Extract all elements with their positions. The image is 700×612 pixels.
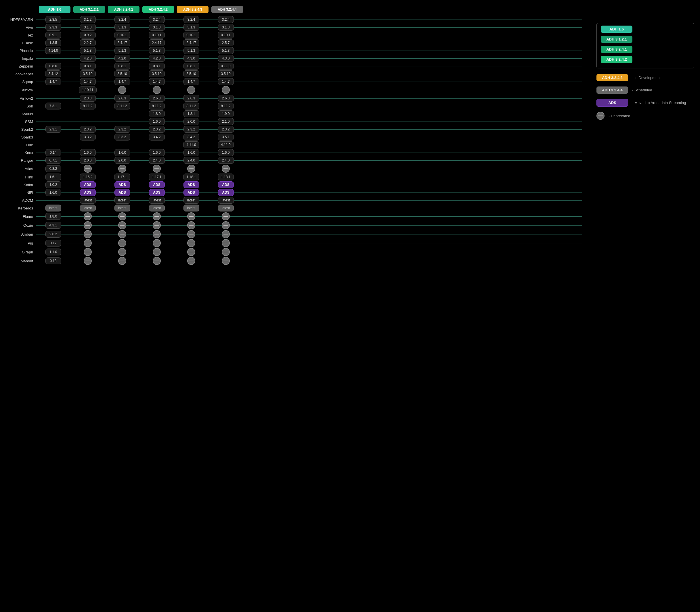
- version-pill: 2.6.2: [45, 231, 61, 238]
- version-pill: 0.10.1: [218, 32, 233, 39]
- version-pill: 1.4.7: [184, 78, 199, 85]
- cell-wrapper: 1.4.7: [208, 78, 243, 85]
- cell-wrapper: —: [139, 230, 174, 238]
- cell-wrapper: 0.11.0: [208, 62, 243, 70]
- cell-wrapper: latest: [36, 205, 70, 211]
- cell-wrapper: 1.17.1: [105, 173, 139, 180]
- cell-wrapper: —: [105, 86, 139, 94]
- table-row: Hive2.3.33.1.33.1.33.1.33.1.33.1.3: [6, 24, 582, 31]
- ads-pill: ADS: [80, 181, 96, 188]
- version-pill: 3.3.2: [115, 134, 130, 140]
- version-pill: 5.1.3: [184, 47, 199, 54]
- cell-wrapper: —: [208, 212, 243, 220]
- cell-wrapper: 1.18.1: [174, 173, 208, 180]
- row-label: Solr: [6, 104, 36, 108]
- cell-wrapper: latest: [105, 205, 139, 211]
- cell-wrapper: 2.4.17: [174, 39, 208, 46]
- version-pill: latest: [80, 197, 96, 204]
- deprecated-icon: —: [222, 221, 230, 229]
- row-cells: latestlatestlatestlatestlatestlatest: [36, 205, 582, 211]
- row-label: Spark3: [6, 135, 36, 139]
- version-pill: 2.6.3: [184, 95, 199, 102]
- version-pill: 2.6.3: [115, 95, 130, 102]
- row-label: Kyuubi: [6, 112, 36, 116]
- version-pill: 5.1.3: [80, 47, 96, 54]
- cell-wrapper: —: [105, 165, 139, 173]
- cell-wrapper: ADS: [139, 181, 174, 188]
- row-cells: 2.3.12.3.22.3.22.3.22.3.22.3.2: [36, 126, 582, 133]
- row-cells: 2.3.33.1.33.1.33.1.33.1.33.1.3: [36, 24, 582, 31]
- version-pill: 1.16.2: [80, 173, 95, 180]
- cell-wrapper: —: [70, 230, 105, 238]
- cell-wrapper: 2.3.1: [36, 126, 70, 133]
- row-label: Pig: [6, 241, 36, 245]
- cell-wrapper: 0.14: [36, 149, 70, 156]
- cell-wrapper: —: [208, 248, 243, 256]
- version-pill: latest: [184, 197, 199, 204]
- version-pill: 1.4.7: [115, 78, 130, 85]
- version-pill: 3.4.2: [149, 134, 165, 140]
- deprecated-icon: —: [153, 248, 161, 256]
- version-pill: 5.1.3: [115, 47, 130, 54]
- row-label: Atlas: [6, 167, 36, 171]
- version-pill: 3.1.3: [149, 24, 165, 31]
- version-pill: 1.4.7: [45, 78, 61, 85]
- cell-wrapper: ADS: [174, 189, 208, 196]
- cell-wrapper: 3.1.3: [70, 24, 105, 31]
- deprecated-label: - Deprecated: [608, 114, 630, 118]
- cell-wrapper: latest: [174, 197, 208, 204]
- ads-label: - Moved to Arenadata Streaming: [632, 100, 686, 105]
- row-label: Giraph: [6, 250, 36, 254]
- version-pill: 2.4.17: [114, 39, 130, 46]
- deprecated-icon: —: [222, 230, 230, 238]
- cell-wrapper: 1.0.2: [36, 181, 70, 188]
- row-cells: 0.9.10.9.20.10.10.10.10.10.10.10.1: [36, 32, 582, 39]
- cell-wrapper: 1.6.0: [36, 189, 70, 196]
- legend-deprecated: — - Deprecated: [596, 112, 694, 120]
- deprecated-icon: —: [118, 230, 126, 238]
- version-pill: 8.11.2: [183, 102, 199, 110]
- table-row: Mahout0.13—————: [6, 257, 582, 265]
- cell-wrapper: 0.8.1: [139, 62, 174, 70]
- grid-body: HDFS&YARN2.8.53.1.23.2.43.2.43.2.43.2.4H…: [6, 16, 582, 265]
- version-pill: 0.10.1: [114, 32, 130, 39]
- cell-wrapper: 3.2.4: [105, 16, 139, 23]
- cell-wrapper: 8.11.2: [208, 102, 243, 110]
- row-cells: 1.8.01.8.11.9.0: [36, 110, 582, 117]
- cell-wrapper: latest: [105, 197, 139, 204]
- row-label: Flume: [6, 214, 36, 219]
- adh-header-adh3.2.4.4: ADH 3.2.4.4: [211, 6, 243, 13]
- cell-wrapper: 1.6.0: [139, 118, 174, 125]
- version-pill: 1.6.0: [149, 118, 165, 125]
- cell-wrapper: 2.4.0: [174, 157, 208, 164]
- adh-header-adh3.2.4.3: ADH 3.2.4.3: [177, 6, 208, 13]
- cell-wrapper: —: [70, 257, 105, 265]
- version-pill: 3.5.10: [149, 70, 164, 77]
- version-pill: 2.4.0: [149, 157, 165, 164]
- header-row: ADH 1.6ADH 3.1.2.1ADH 3.2.4.1ADH 3.2.4.2…: [6, 6, 582, 13]
- cell-wrapper: 2.5.7: [208, 39, 243, 46]
- cell-wrapper: latest: [174, 205, 208, 211]
- cell-wrapper: —: [208, 239, 243, 247]
- cell-wrapper: —: [105, 248, 139, 256]
- row-cells: 0.7.12.0.02.0.02.4.02.4.02.4.0: [36, 157, 582, 164]
- deprecated-icon: —: [153, 212, 161, 220]
- cell-wrapper: 3.2.4: [208, 16, 243, 23]
- version-pill: 2.4.17: [183, 39, 199, 46]
- table-row: HBase1.3.52.2.72.4.172.4.172.4.172.5.7: [6, 39, 582, 46]
- version-pill: 0.9.2: [80, 32, 96, 39]
- cell-wrapper: ADS: [105, 181, 139, 188]
- cell-wrapper: 2.0.0: [174, 118, 208, 125]
- row-cells: 1.4.71.4.71.4.71.4.71.4.71.4.7: [36, 78, 582, 85]
- cell-wrapper: ADS: [105, 189, 139, 196]
- version-pill: latest: [149, 197, 165, 204]
- cell-wrapper: —: [208, 165, 243, 173]
- cell-wrapper: 2.2.7: [70, 39, 105, 46]
- deprecated-icon: —: [84, 248, 92, 256]
- deprecated-icon: —: [153, 239, 161, 247]
- row-label: SSM: [6, 120, 36, 124]
- cell-wrapper: —: [70, 212, 105, 220]
- version-pill: 3.4.2: [184, 134, 199, 140]
- version-pill: 1.17.1: [149, 173, 164, 180]
- deprecated-icon: —: [84, 212, 92, 220]
